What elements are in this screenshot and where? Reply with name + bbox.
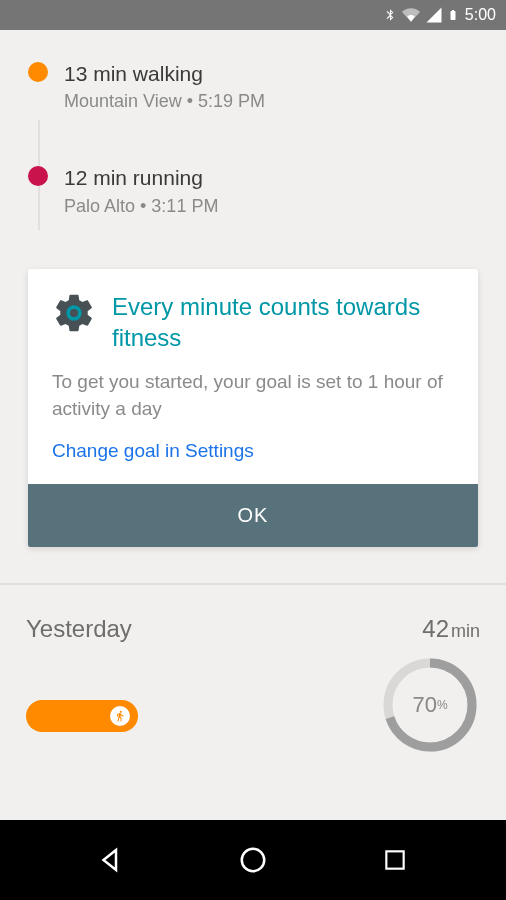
- wifi-icon: [401, 6, 421, 24]
- activity-timeline: 13 min walking Mountain View • 5:19 PM 1…: [0, 60, 506, 217]
- home-button[interactable]: [218, 830, 288, 890]
- day-row: 70%: [0, 643, 506, 755]
- change-goal-link[interactable]: Change goal in Settings: [28, 440, 478, 484]
- svg-point-1: [70, 309, 78, 317]
- status-bar: 5:00: [0, 0, 506, 30]
- activity-dot-icon: [28, 62, 48, 82]
- walking-pill[interactable]: [26, 700, 138, 732]
- svg-point-4: [242, 849, 265, 872]
- activity-title: 13 min walking: [64, 60, 488, 87]
- progress-ring: 70%: [380, 655, 480, 755]
- activity-item[interactable]: 12 min running Palo Alto • 3:11 PM: [28, 164, 506, 216]
- ok-button[interactable]: OK: [28, 484, 478, 547]
- day-label: Yesterday: [26, 615, 132, 643]
- bluetooth-icon: [383, 6, 397, 24]
- card-title: Every minute counts towards fitness: [112, 291, 454, 353]
- walking-icon: [110, 706, 130, 726]
- activity-subtitle: Palo Alto • 3:11 PM: [64, 196, 488, 217]
- card-body: To get you started, your goal is set to …: [28, 357, 478, 440]
- content-area: 13 min walking Mountain View • 5:19 PM 1…: [0, 30, 506, 820]
- progress-label: 70%: [380, 655, 480, 755]
- battery-icon: [447, 5, 459, 25]
- back-button[interactable]: [76, 830, 146, 890]
- signal-icon: [425, 6, 443, 24]
- recent-apps-button[interactable]: [360, 830, 430, 890]
- nav-bar: [0, 820, 506, 900]
- svg-rect-5: [386, 851, 403, 868]
- activity-item[interactable]: 13 min walking Mountain View • 5:19 PM: [28, 60, 506, 112]
- day-value: 42min: [422, 615, 480, 643]
- goal-card: Every minute counts towards fitness To g…: [28, 269, 478, 548]
- activity-subtitle: Mountain View • 5:19 PM: [64, 91, 488, 112]
- gear-icon: [52, 291, 96, 335]
- clock: 5:00: [465, 6, 496, 24]
- activity-title: 12 min running: [64, 164, 488, 191]
- activity-dot-icon: [28, 166, 48, 186]
- day-header: Yesterday 42min: [0, 585, 506, 643]
